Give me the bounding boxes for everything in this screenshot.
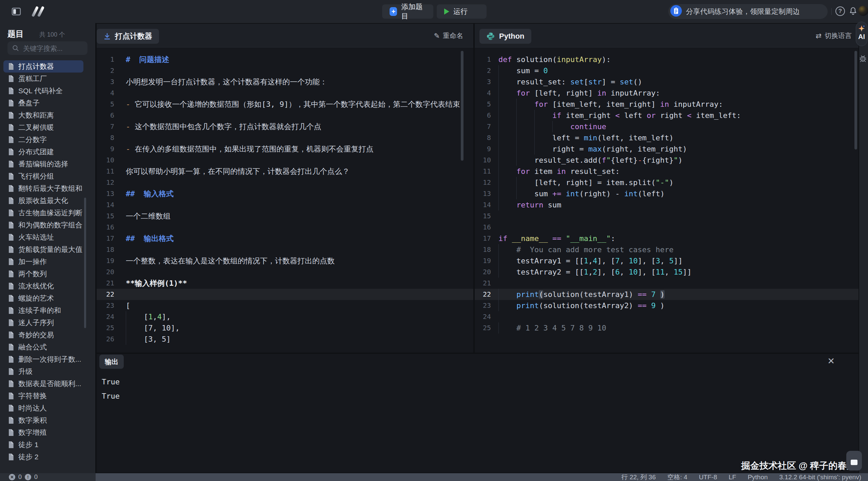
sidebar-item[interactable]: 大数和距离 (3, 109, 83, 121)
sidebar-item[interactable]: 古生物血缘远近判断 (3, 207, 83, 219)
editor-line[interactable]: 19 testArray1 = [[1,4], [7, 10], [3, 5]] (475, 255, 859, 266)
editor-line[interactable]: 17## 输出格式 (97, 233, 473, 244)
sidebar-item[interactable]: 分布式团建 (3, 146, 83, 158)
editor-line[interactable]: 9 right = max(right, item_right) (475, 143, 859, 155)
editor-line[interactable]: 19一个整数，表达在输入是这个数组的情况下，计数器打出的点数 (97, 255, 473, 266)
sidebar-item[interactable]: 股票收益最大化 (3, 195, 83, 207)
sidebar-item[interactable]: 二叉树供暖 (3, 121, 83, 134)
sidebar-item[interactable]: 时尚达人 (3, 402, 83, 414)
problem-editor[interactable]: 1# 问题描述23小明想发明一台打点计数器，这个计数器有这样的一个功能：45- … (97, 47, 473, 345)
editor-line[interactable]: 8 (97, 132, 473, 143)
sidebar-item[interactable]: 融合公式 (3, 341, 83, 353)
editor-line[interactable]: 18 # You can add more test cases here (475, 244, 859, 255)
sidebar-item[interactable]: 飞行棋分组 (3, 170, 83, 182)
output-tab[interactable]: 输出 (99, 355, 124, 369)
editor-line[interactable]: 15 (475, 211, 859, 222)
editor-line[interactable]: 6 (97, 110, 473, 121)
editor-line[interactable]: 18 (97, 244, 473, 255)
picture-in-picture-button[interactable] (846, 451, 862, 470)
editor-line[interactable]: 22 (97, 289, 473, 300)
sidebar-item[interactable]: 打点计数器 (3, 60, 83, 73)
search-box[interactable] (7, 41, 87, 55)
editor-line[interactable]: 8 left = min(left, item_left) (475, 132, 859, 143)
add-problem-button[interactable]: + 添加题目 (382, 4, 433, 19)
rename-button[interactable]: ✎ 重命名 (434, 31, 463, 40)
sidebar-toggle-icon[interactable] (9, 5, 23, 18)
editor-line[interactable]: 21**输入样例(1)** (97, 278, 473, 289)
eol-setting[interactable]: LF (729, 474, 736, 481)
editor-line[interactable]: 17if __name__ == "__main__": (475, 233, 859, 244)
indent-setting[interactable]: 空格: 4 (667, 473, 687, 481)
sidebar-item[interactable]: 加一操作 (3, 256, 83, 268)
notification-bell-icon[interactable] (848, 6, 858, 16)
switch-language-button[interactable]: ⇄ 切换语言 (815, 31, 852, 40)
cursor-position[interactable]: 行 22, 列 36 (622, 473, 656, 481)
editor-line[interactable]: 24 [1,4], (97, 311, 473, 322)
sidebar-item[interactable]: SQL 代码补全 (3, 85, 83, 97)
editor-line[interactable]: 16 (475, 222, 859, 233)
editor-line[interactable]: 24 (475, 311, 859, 322)
editor-line[interactable]: 5 for [item_left, item_right] in inputAr… (475, 99, 859, 110)
editor-line[interactable]: 3小明想发明一台打点计数器，这个计数器有这样的一个功能： (97, 76, 473, 87)
editor-line[interactable]: 20 testArray2 = [[1,2], [6, 10], [11, 15… (475, 266, 859, 278)
sidebar-item[interactable]: 升级 (3, 365, 83, 378)
editor-line[interactable]: 10 (97, 155, 473, 166)
code-editor-scrollbar[interactable] (854, 51, 857, 149)
editor-line[interactable]: 23 print(solution(testArray2) == 9 ) (475, 300, 859, 311)
sidebar-item[interactable]: 奇妙的交易 (3, 329, 83, 341)
sidebar-item[interactable]: 翻转后最大子数组和 (3, 182, 83, 195)
editor-line[interactable]: 5- 它可以接收一个递增的数据范围（形如[3, 9]），其中第一个数字代表起始，… (97, 99, 473, 110)
problem-tab[interactable]: 打点计数器 (97, 29, 159, 44)
editor-line[interactable]: 25 [7, 10], (97, 322, 473, 334)
editor-line[interactable]: 20 (97, 266, 473, 278)
help-icon[interactable]: ? (835, 6, 845, 16)
run-button[interactable]: 运行 (437, 4, 487, 19)
sidebar-item[interactable]: 连续子串的和 (3, 304, 83, 317)
editor-line[interactable]: 4 for [left, right] in inputArray: (475, 87, 859, 99)
editor-line[interactable]: 11你可以帮助小明算一算，在不同的情况下，计数器会打出几个点么？ (97, 166, 473, 177)
interpreter[interactable]: 3.12.2 64-bit ('shims': pyenv) (779, 474, 861, 481)
bug-report-icon[interactable] (859, 54, 867, 64)
sidebar-item[interactable]: 二分数字 (3, 134, 83, 146)
close-icon[interactable]: ✕ (827, 356, 835, 366)
editor-line[interactable]: 21 (475, 278, 859, 289)
promo-banner[interactable]: 分享代码练习体验，领限量定制周边 (668, 4, 828, 19)
language-tab-python[interactable]: Python (479, 29, 531, 44)
editor-line[interactable]: 25 # 1 2 3 4 5 7 8 9 10 (475, 322, 859, 334)
sidebar-item[interactable]: 字符替换 (3, 390, 83, 402)
sidebar-item[interactable]: 数字乘积 (3, 414, 83, 426)
editor-line[interactable]: 4 (97, 87, 473, 99)
editor-line[interactable]: 9- 在传入的多组数据范围中，如果出现了范围的重复，机器则不会重复打点 (97, 143, 473, 155)
editor-line[interactable]: 15一个二维数组 (97, 211, 473, 222)
editor-line[interactable]: 1def solution(inputArray): (475, 54, 859, 65)
editor-line[interactable]: 3 result_set: set[str] = set() (475, 76, 859, 87)
editor-line[interactable]: 1# 问题描述 (97, 54, 473, 65)
editor-line[interactable]: 16 (97, 222, 473, 233)
language-mode[interactable]: Python (748, 474, 768, 481)
editor-line[interactable]: 11 for item in result_set: (475, 166, 859, 177)
editor-line[interactable]: 7- 这个数据范围中包含几个数字，打点计数器就会打几个点 (97, 121, 473, 132)
editor-line[interactable]: 7 continue (475, 121, 859, 132)
sidebar-item[interactable]: 流水线优化 (3, 280, 83, 292)
sidebar-item[interactable]: 番茄编辑的选择 (3, 158, 83, 170)
editor-line[interactable]: 26 [3, 5] (97, 334, 473, 345)
editor-line[interactable]: 14 (97, 199, 473, 211)
editor-line[interactable]: 13## 输入格式 (97, 188, 473, 199)
ai-assistant-button[interactable]: AI (856, 22, 867, 46)
sidebar-item[interactable]: 货船载货量的最大值 (3, 243, 83, 256)
sidebar-item[interactable]: 蛋糕工厂 (3, 73, 83, 85)
problem-editor-scrollbar[interactable] (461, 51, 463, 161)
sidebar-item[interactable]: 徒步 2 (3, 451, 83, 463)
sidebar-item[interactable]: 数字增殖 (3, 426, 83, 439)
sidebar-item[interactable]: 叠盘子 (3, 97, 83, 109)
sidebar-item[interactable]: 数据表是否能顺利... (3, 378, 83, 390)
editor-line[interactable]: 2 sum = 0 (475, 65, 859, 76)
sidebar-item[interactable]: 两个数列 (3, 268, 83, 280)
sidebar-item[interactable]: 和为偶数的数字组合 (3, 219, 83, 231)
sidebar-item[interactable]: 火车站选址 (3, 231, 83, 243)
app-logo-icon[interactable] (30, 5, 48, 18)
encoding[interactable]: UTF-8 (699, 474, 717, 481)
search-input[interactable] (22, 41, 85, 56)
editor-line[interactable]: 23[ (97, 300, 473, 311)
editor-line[interactable]: 13 sum += int(right) - int(left) (475, 188, 859, 199)
